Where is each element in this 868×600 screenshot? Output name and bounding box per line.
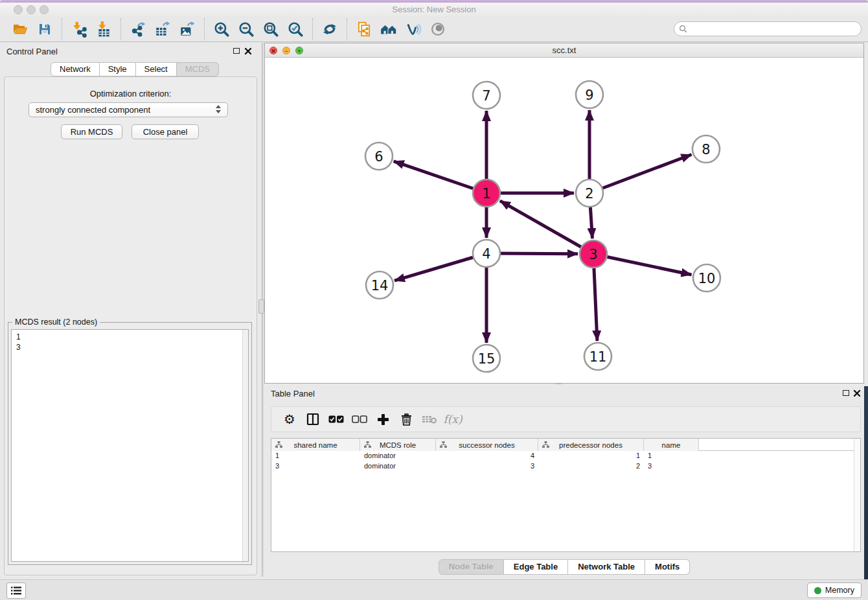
close-panel-button[interactable]: Close panel xyxy=(131,124,199,139)
minimize-traffic-light[interactable] xyxy=(27,5,36,14)
zoom-in-icon[interactable] xyxy=(209,17,234,41)
save-session-icon[interactable] xyxy=(32,17,57,41)
graph-edge-3-10[interactable] xyxy=(593,254,692,275)
graph-node-11[interactable]: 11 xyxy=(584,343,611,370)
table-scrollbar[interactable] xyxy=(854,439,860,551)
memory-label: Memory xyxy=(825,586,854,595)
status-bar: Memory xyxy=(0,579,868,600)
graph-node-14[interactable]: 14 xyxy=(366,271,393,299)
zoom-fit-icon[interactable] xyxy=(258,17,283,41)
run-mcds-button[interactable]: Run MCDS xyxy=(61,124,122,139)
svg-text:2: 2 xyxy=(585,186,593,202)
graph-edge-2-8[interactable] xyxy=(589,154,692,193)
hide-panel-eye-icon[interactable] xyxy=(426,17,450,41)
cell-successor-nodes[interactable]: 4 xyxy=(436,451,538,461)
cell-successor-nodes[interactable]: 3 xyxy=(436,461,538,472)
cell-shared-name[interactable]: 1 xyxy=(271,451,360,461)
export-network-icon[interactable] xyxy=(126,17,150,41)
deselect-all-checkboxes-icon[interactable] xyxy=(348,408,371,431)
dropdown-stepper-icon xyxy=(216,105,223,115)
network-minimize-icon[interactable]: − xyxy=(282,47,290,54)
cell-shared-name[interactable]: 3 xyxy=(271,461,360,472)
graph-node-7[interactable]: 7 xyxy=(473,82,500,109)
tab-network[interactable]: Network xyxy=(51,62,100,76)
main-toolbar xyxy=(0,16,868,42)
table-row[interactable]: 1dominator411 xyxy=(271,451,860,461)
zoom-selected-icon[interactable] xyxy=(283,17,308,41)
optimization-criterion-label: Optimization criterion: xyxy=(4,89,257,98)
add-row-plus-icon[interactable] xyxy=(371,408,394,431)
control-panel-close-icon[interactable] xyxy=(244,47,252,55)
zoom-traffic-light[interactable] xyxy=(40,5,49,14)
tab-motifs[interactable]: Motifs xyxy=(645,559,690,575)
criterion-dropdown-value: strongly connected component xyxy=(36,105,150,115)
graph-edge-3-1[interactable] xyxy=(500,201,593,254)
close-traffic-light[interactable] xyxy=(14,5,23,14)
network-canvas[interactable]: 7968124314101511 xyxy=(265,58,863,383)
mcds-result-groupbox: MCDS result (2 nodes) 1 3 xyxy=(8,322,252,565)
cell-MCDS-role[interactable]: dominator xyxy=(360,451,436,461)
column-header-shared-name[interactable]: shared name xyxy=(271,439,360,451)
network-maximize-icon[interactable]: + xyxy=(295,47,303,54)
graph-node-4[interactable]: 4 xyxy=(473,240,500,267)
graph-edge-1-6[interactable] xyxy=(394,161,486,193)
tab-edge-table[interactable]: Edge Table xyxy=(504,559,568,575)
tab-mcds[interactable]: MCDS xyxy=(177,62,219,76)
function-builder-icon[interactable]: f(x) xyxy=(441,408,464,431)
export-table-icon[interactable] xyxy=(150,17,175,41)
export-image-icon[interactable] xyxy=(175,17,200,41)
graph-node-9[interactable]: 9 xyxy=(576,81,603,108)
graph-node-15[interactable]: 15 xyxy=(473,345,500,372)
table-panel-float-icon[interactable] xyxy=(843,390,849,396)
column-header-predecessor-nodes[interactable]: predecessor nodes xyxy=(538,439,644,451)
network-window-title: scc.txt xyxy=(265,43,863,58)
column-header-name[interactable]: name xyxy=(644,439,699,451)
table-tabbar: Node TableEdge TableNetwork TableMotifs xyxy=(264,559,864,575)
column-header-MCDS-role[interactable]: MCDS role xyxy=(360,439,436,451)
graph-node-1[interactable]: 1 xyxy=(473,179,500,207)
graph-node-8[interactable]: 8 xyxy=(692,135,720,163)
table-settings-gear-icon[interactable]: ⚙ xyxy=(278,408,301,431)
table-row[interactable]: 3dominator323 xyxy=(271,461,860,472)
search-input[interactable] xyxy=(674,21,862,36)
cell-predecessor-nodes[interactable]: 2 xyxy=(538,461,644,472)
show-all-networks-icon[interactable] xyxy=(376,17,401,41)
table-panel-close-icon[interactable] xyxy=(853,389,861,397)
criterion-dropdown[interactable]: strongly connected component xyxy=(29,102,228,117)
network-graph[interactable]: 7968124314101511 xyxy=(265,58,863,383)
cell-MCDS-role[interactable]: dominator xyxy=(360,461,436,472)
task-history-button[interactable] xyxy=(6,583,26,599)
cell-name[interactable]: 1 xyxy=(644,451,699,461)
network-window-titlebar: ✕ − + scc.txt xyxy=(265,43,863,58)
toolbar-separator xyxy=(347,18,347,40)
tab-select[interactable]: Select xyxy=(136,62,177,76)
apply-layout-icon[interactable] xyxy=(317,17,342,41)
control-panel-float-icon[interactable] xyxy=(233,48,240,54)
delete-row-trash-icon[interactable] xyxy=(394,408,418,431)
tab-network-table[interactable]: Network Table xyxy=(568,559,645,575)
tab-node-table[interactable]: Node Table xyxy=(439,559,504,575)
result-scrollbar[interactable] xyxy=(242,330,248,561)
graph-node-3[interactable]: 3 xyxy=(580,240,607,268)
clone-network-icon[interactable] xyxy=(352,17,376,41)
column-chooser-icon[interactable] xyxy=(301,408,325,431)
tab-style[interactable]: Style xyxy=(100,62,136,76)
zoom-out-icon[interactable] xyxy=(234,17,258,41)
column-header-successor-nodes[interactable]: successor nodes xyxy=(436,439,538,451)
graph-node-2[interactable]: 2 xyxy=(576,179,603,207)
cell-predecessor-nodes[interactable]: 1 xyxy=(538,451,644,461)
open-session-icon[interactable] xyxy=(8,17,32,41)
import-table-icon[interactable] xyxy=(91,17,116,41)
panel-splitter-grip[interactable] xyxy=(258,299,264,314)
network-close-icon[interactable]: ✕ xyxy=(269,47,277,54)
import-network-icon[interactable] xyxy=(67,17,91,41)
mcds-result-textarea[interactable]: 1 3 xyxy=(11,329,249,562)
graph-node-6[interactable]: 6 xyxy=(365,143,393,170)
list-icon xyxy=(11,586,21,595)
select-all-checkboxes-icon[interactable] xyxy=(325,408,348,431)
graph-node-10[interactable]: 10 xyxy=(693,264,720,292)
memory-button[interactable]: Memory xyxy=(807,583,862,598)
delete-table-icon[interactable] xyxy=(418,408,441,431)
vizmapper-icon[interactable] xyxy=(401,17,426,41)
cell-name[interactable]: 3 xyxy=(644,461,699,472)
